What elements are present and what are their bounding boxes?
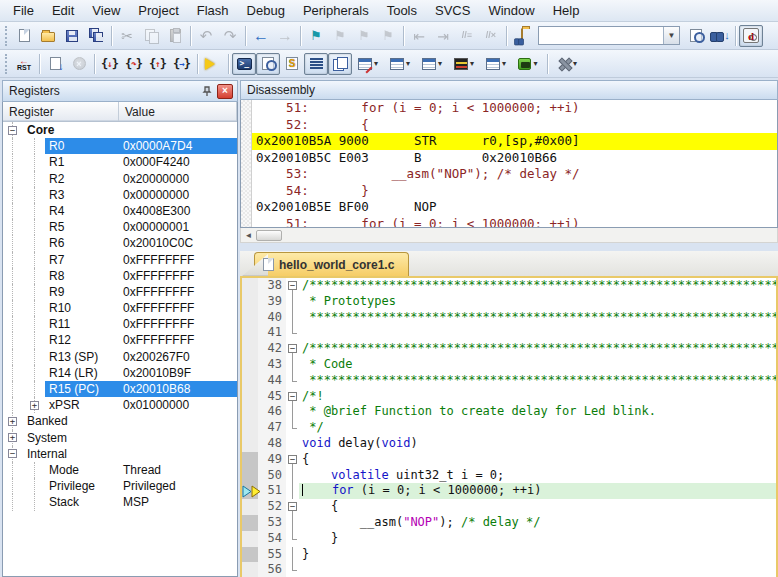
find-in-files-dialog-button[interactable]	[510, 25, 534, 47]
editor-margin-code-block[interactable]	[242, 452, 258, 468]
register-row-privilege[interactable]: PrivilegePrivileged	[3, 478, 237, 494]
uncomment-selection-button[interactable]: //×	[479, 25, 503, 47]
register-row-r5[interactable]: R50x00000001	[3, 219, 237, 235]
menu-edit[interactable]: Edit	[43, 1, 83, 20]
save-all-button[interactable]	[84, 25, 108, 47]
combobox-dropdown-icon[interactable]: ▼	[663, 27, 679, 44]
register-row-r13-sp[interactable]: R13 (SP)0x200267F0	[3, 349, 237, 365]
toolbox-button[interactable]: ▾	[551, 53, 583, 75]
editor-margin[interactable]	[242, 294, 258, 310]
comment-selection-button[interactable]: //≡	[455, 25, 479, 47]
tab-hello-world-core1[interactable]: hello_world_core1.c	[254, 252, 409, 276]
register-row-r6[interactable]: R60x20010C0C	[3, 235, 237, 251]
register-row-xpsr[interactable]: +xPSR0x01000000	[3, 397, 237, 413]
register-row-r4[interactable]: R40x4008E300	[3, 203, 237, 219]
editor-margin[interactable]	[242, 531, 258, 547]
code-line-50[interactable]: 50 volatile uint32_t i = 0;	[242, 468, 776, 484]
editor-margin[interactable]	[242, 389, 258, 405]
fold-margin[interactable]	[286, 483, 299, 499]
fold-margin[interactable]	[286, 547, 299, 563]
menu-window[interactable]: Window	[479, 1, 543, 20]
code-text[interactable]: /*!	[299, 389, 776, 405]
code-line-53[interactable]: 53 __asm("NOP"); /* delay */	[242, 515, 776, 531]
disassembly-line[interactable]: 53: __asm("NOP"); /* delay */	[252, 166, 777, 183]
column-header-register[interactable]: Register	[3, 102, 119, 121]
collapse-icon[interactable]: −	[8, 126, 17, 135]
indent-button[interactable]: ⇥	[431, 25, 455, 47]
step-over-button[interactable]: {↷}	[122, 53, 146, 75]
code-text[interactable]: ****************************************…	[299, 310, 776, 326]
disassembly-line[interactable]: 51: for (i = 0; i < 1000000; ++i)	[252, 216, 777, 228]
disassembly-line[interactable]: 51: for (i = 0; i < 1000000; ++i)	[252, 100, 777, 117]
code-text[interactable]: }	[299, 547, 776, 563]
menu-project[interactable]: Project	[129, 1, 187, 20]
disassembly-hscrollbar[interactable]: ◄	[240, 228, 778, 243]
editor-margin[interactable]	[242, 499, 258, 515]
code-text[interactable]: /***************************************…	[299, 341, 776, 357]
menu-debug[interactable]: Debug	[238, 1, 294, 20]
step-out-button[interactable]: {↑}	[146, 53, 170, 75]
unindent-button[interactable]: ⇤	[407, 25, 431, 47]
copy-button[interactable]	[139, 25, 163, 47]
fold-margin[interactable]	[286, 325, 299, 341]
fold-margin[interactable]	[286, 436, 299, 452]
fold-margin[interactable]	[286, 562, 299, 577]
disassembly-line[interactable]: 0x20010B5C E003 B 0x20010B66	[252, 150, 777, 167]
register-row-banked[interactable]: +Banked	[3, 413, 237, 429]
code-line-39[interactable]: 39 * Prototypes	[242, 294, 776, 310]
code-line-41[interactable]: 41	[242, 325, 776, 341]
search-input[interactable]	[539, 28, 663, 43]
navigate-back-button[interactable]: ←	[249, 25, 273, 47]
run-button[interactable]	[43, 53, 67, 75]
code-line-46[interactable]: 46 * @brief Function to create delay for…	[242, 404, 776, 420]
fold-collapse-icon[interactable]: −	[288, 455, 297, 464]
disassembly-line[interactable]: 54: }	[252, 183, 777, 200]
code-line-48[interactable]: 48void delay(void)	[242, 436, 776, 452]
code-line-40[interactable]: 40 *************************************…	[242, 310, 776, 326]
code-text[interactable]: /***************************************…	[299, 278, 776, 294]
code-text[interactable]: volatile uint32_t i = 0;	[299, 468, 776, 484]
expand-icon[interactable]: +	[8, 433, 17, 442]
code-line-42[interactable]: 42−/************************************…	[242, 341, 776, 357]
step-button[interactable]: {↓}	[98, 53, 122, 75]
serial-windows-button[interactable]: ▾	[416, 53, 448, 75]
code-text[interactable]	[299, 325, 776, 341]
fold-margin[interactable]	[286, 373, 299, 389]
code-text[interactable]: }	[299, 531, 776, 547]
find-button[interactable]: ↓	[708, 25, 732, 47]
redo-button[interactable]: ↷	[218, 25, 242, 47]
code-line-49[interactable]: 49−{	[242, 452, 776, 468]
fold-margin[interactable]	[286, 357, 299, 373]
cut-button[interactable]: ✂	[115, 25, 139, 47]
menu-file[interactable]: File	[4, 1, 43, 20]
dropdown-arrow-icon[interactable]: ▾	[573, 59, 577, 68]
code-line-45[interactable]: 45−/*!	[242, 389, 776, 405]
fold-margin[interactable]	[286, 294, 299, 310]
editor-margin-code-block[interactable]	[242, 483, 258, 499]
collapse-icon[interactable]: −	[8, 449, 17, 458]
dropdown-arrow-icon[interactable]: ▾	[533, 59, 537, 68]
registers-window-button[interactable]	[304, 53, 328, 75]
disassembly-current-instruction[interactable]: 0x20010B5A 9000 STR r0,[sp,#0x00]	[252, 133, 777, 150]
code-text[interactable]: ****************************************…	[299, 373, 776, 389]
code-line-51[interactable]: 51 for (i = 0; i < 1000000; ++i)	[242, 483, 776, 499]
menu-tools[interactable]: Tools	[378, 1, 426, 20]
save-button[interactable]	[60, 25, 84, 47]
code-editor[interactable]: 38−/************************************…	[240, 278, 778, 577]
register-row-r3[interactable]: R30x00000000	[3, 187, 237, 203]
editor-margin[interactable]	[242, 310, 258, 326]
watch-windows-button[interactable]: ▾	[352, 53, 384, 75]
fold-collapse-icon[interactable]: −	[288, 344, 297, 353]
code-text[interactable]: {	[299, 452, 776, 468]
pin-icon[interactable]	[199, 84, 215, 99]
menu-svcs[interactable]: SVCS	[426, 1, 479, 20]
fold-margin[interactable]: −	[286, 499, 299, 515]
register-row-r7[interactable]: R70xFFFFFFFF	[3, 252, 237, 268]
register-row-r8[interactable]: R80xFFFFFFFF	[3, 268, 237, 284]
fold-margin[interactable]	[286, 468, 299, 484]
code-text[interactable]: * Code	[299, 357, 776, 373]
menu-flash[interactable]: Flash	[188, 1, 238, 20]
code-text[interactable]: __asm("NOP"); /* delay */	[299, 515, 776, 531]
code-line-47[interactable]: 47 */	[242, 420, 776, 436]
editor-margin[interactable]	[242, 436, 258, 452]
